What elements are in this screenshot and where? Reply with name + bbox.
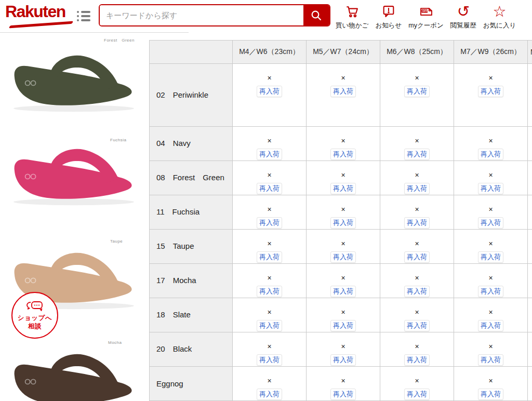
restock-link[interactable]: 再入荷 [257, 389, 282, 400]
nav-cart[interactable]: 買い物かご [336, 3, 368, 30]
restock-link[interactable]: 再入荷 [404, 86, 430, 97]
favorites-star-icon: ☆ [493, 3, 507, 20]
restock-link[interactable]: 再入荷 [478, 86, 503, 97]
restock-link[interactable]: 再入荷 [257, 286, 282, 297]
restock-link[interactable]: 再入荷 [478, 183, 503, 194]
stock-cell: ×再入荷 [380, 332, 454, 367]
restock-link[interactable]: 再入荷 [330, 86, 356, 97]
out-of-stock-mark: × [415, 171, 419, 179]
search-button[interactable] [303, 5, 329, 25]
out-of-stock-mark: × [415, 137, 419, 145]
stock-cell: ×再入荷 [380, 161, 454, 195]
coupon-off-text: OFF [422, 9, 428, 12]
color-row-label: 18 Slate [150, 298, 233, 332]
size-column-header-partial: M [528, 41, 532, 64]
size-column-header: M5／W7（24cm） [307, 41, 380, 64]
restock-link[interactable]: 再入荷 [478, 286, 503, 297]
restock-link[interactable]: 再入荷 [330, 286, 356, 297]
restock-link[interactable]: 再入荷 [257, 149, 282, 160]
restock-link[interactable]: 再入荷 [257, 251, 282, 263]
out-of-stock-mark: × [488, 137, 493, 145]
restock-link[interactable]: 再入荷 [330, 217, 356, 229]
stock-cell: ×再入荷 [307, 367, 380, 401]
size-column-header: M7／W9（26cm） [454, 41, 528, 64]
stock-cell-partial [528, 161, 532, 195]
out-of-stock-mark: × [267, 74, 271, 82]
restock-link[interactable]: 再入荷 [257, 354, 282, 366]
out-of-stock-mark: × [415, 74, 419, 82]
restock-link[interactable]: 再入荷 [257, 183, 282, 194]
color-row-label: 15 Taupe [150, 230, 233, 264]
nav-notifications[interactable]: お知らせ [375, 3, 402, 30]
restock-link[interactable]: 再入荷 [330, 354, 356, 366]
color-row: Eggnog×再入荷×再入荷×再入荷×再入荷 [150, 367, 532, 401]
restock-link[interactable]: 再入荷 [330, 183, 356, 194]
stock-cell: ×再入荷 [380, 127, 454, 161]
out-of-stock-mark: × [267, 377, 271, 385]
restock-link[interactable]: 再入荷 [478, 149, 503, 160]
consult-badge-line2: 相談 [28, 322, 42, 330]
restock-link[interactable]: 再入荷 [257, 320, 282, 331]
size-column-header: M4／W6（23cm） [233, 41, 307, 64]
out-of-stock-mark: × [267, 171, 271, 179]
restock-link[interactable]: 再入荷 [404, 286, 430, 297]
restock-link[interactable]: 再入荷 [478, 251, 503, 263]
restock-link[interactable]: 再入荷 [478, 217, 503, 229]
stock-cell: ×再入荷 [307, 127, 380, 161]
rakuten-logo-text: Rakuten [5, 2, 65, 21]
stock-cell: ×再入荷 [454, 332, 528, 367]
nav-favorites[interactable]: ☆ お気に入り [483, 3, 516, 30]
table-corner-cell [150, 41, 233, 64]
product-image-panel: Forest Green Fuchsia Taupe Mocha [0, 33, 149, 401]
stock-table-container: M4／W6（23cm）M5／W7（24cm）M6／W8（25cm）M7／W9（2… [149, 40, 532, 401]
restock-link[interactable]: 再入荷 [330, 149, 356, 160]
search-icon [310, 9, 323, 22]
stock-cell: ×再入荷 [233, 127, 307, 161]
stock-cell: ×再入荷 [307, 264, 380, 298]
nav-notifications-label: お知らせ [375, 21, 402, 30]
restock-link[interactable]: 再入荷 [404, 320, 430, 331]
restock-link[interactable]: 再入荷 [404, 217, 430, 229]
out-of-stock-mark: × [267, 206, 271, 213]
restock-link[interactable]: 再入荷 [478, 354, 503, 366]
header-nav: 買い物かご お知らせ OFF my [336, 3, 516, 30]
out-of-stock-mark: × [267, 343, 271, 351]
color-row: 18 Slate×再入荷×再入荷×再入荷×再入荷 [150, 298, 532, 332]
out-of-stock-mark: × [415, 343, 419, 351]
out-of-stock-mark: × [341, 74, 345, 82]
restock-link[interactable]: 再入荷 [330, 389, 356, 400]
notification-bubble-icon [381, 3, 396, 20]
restock-link[interactable]: 再入荷 [257, 217, 282, 229]
restock-link[interactable]: 再入荷 [404, 183, 430, 194]
out-of-stock-mark: × [488, 171, 493, 179]
out-of-stock-mark: × [267, 309, 271, 316]
search-input[interactable] [100, 5, 304, 25]
stock-cell: ×再入荷 [454, 195, 528, 230]
restock-link[interactable]: 再入荷 [478, 320, 503, 331]
top-bar: Rakuten 買い物かご [0, 0, 532, 32]
menu-icon[interactable] [77, 10, 92, 22]
shop-consult-badge[interactable]: ショップへ 相談 [11, 292, 58, 339]
restock-link[interactable]: 再入荷 [330, 251, 356, 263]
nav-history[interactable]: ↺ 閲覧履歴 [450, 3, 476, 30]
nav-coupon[interactable]: OFF myクーポン [408, 3, 444, 30]
restock-link[interactable]: 再入荷 [404, 251, 430, 263]
nav-cart-label: 買い物かご [336, 21, 368, 30]
stock-cell: ×再入荷 [454, 367, 528, 401]
search-bar [99, 4, 330, 26]
nav-history-label: 閲覧履歴 [450, 21, 476, 30]
restock-link[interactable]: 再入荷 [404, 149, 430, 160]
restock-link[interactable]: 再入荷 [404, 389, 430, 400]
restock-link[interactable]: 再入荷 [330, 320, 356, 331]
out-of-stock-mark: × [267, 274, 271, 282]
restock-link[interactable]: 再入荷 [257, 86, 282, 97]
out-of-stock-mark: × [267, 137, 271, 145]
restock-link[interactable]: 再入荷 [404, 354, 430, 366]
sandal-image-forest-green [3, 39, 144, 116]
stock-cell: ×再入荷 [233, 195, 307, 230]
restock-link[interactable]: 再入荷 [478, 389, 503, 400]
out-of-stock-mark: × [415, 274, 419, 282]
stock-cell: ×再入荷 [307, 161, 380, 195]
rakuten-logo[interactable]: Rakuten [5, 2, 78, 28]
out-of-stock-mark: × [341, 377, 345, 385]
